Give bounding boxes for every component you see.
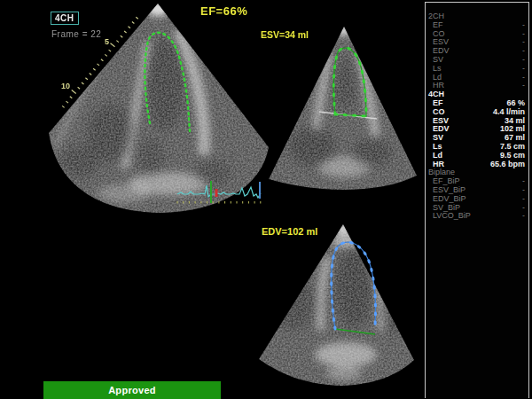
measurement-value: - — [522, 212, 525, 221]
depth-ruler-label-5: 5 — [105, 37, 109, 46]
approved-button[interactable]: Approved — [43, 381, 221, 399]
measurement-value: - — [522, 82, 525, 90]
ef-annotation: EF=66% — [200, 4, 247, 18]
echopac-screen: 4CH Frame = 22 EF=66% ESV=34 ml EDV=102 … — [0, 0, 532, 399]
view-mode-badge: 4CH — [51, 12, 79, 25]
depth-ruler-label-10: 10 — [61, 82, 70, 90]
echo-image-edv[interactable] — [253, 220, 421, 393]
measurement-row[interactable]: LVCO_BiP- — [426, 212, 528, 221]
measurement-value: 65.6 bpm — [490, 160, 525, 169]
frame-number-label: Frame = 22 — [51, 29, 101, 39]
edv-annotation: EDV=102 ml — [262, 226, 317, 237]
echo-image-esv[interactable] — [262, 22, 426, 195]
esv-annotation: ESV=34 ml — [261, 29, 309, 40]
measurements-panel: 2CHEF-CO-ESV-EDV-SV-Ls-Ld-HR-4CHEF66 %CO… — [425, 2, 529, 398]
measurement-label: LVCO_BiP — [433, 212, 471, 221]
